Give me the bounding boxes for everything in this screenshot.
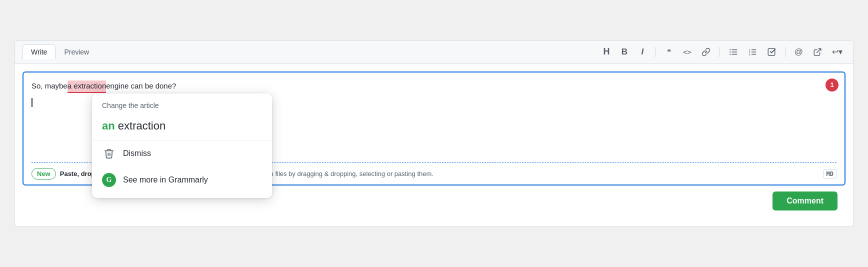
italic-icon[interactable]: I	[636, 45, 650, 59]
svg-rect-12	[768, 48, 775, 56]
text-highlighted: a extraction	[68, 80, 106, 93]
text-cursor	[32, 98, 32, 107]
undo-icon[interactable]: ↩︎▾	[829, 45, 846, 58]
quote-icon[interactable]: ❝	[662, 46, 676, 58]
popup-suggestion: an extraction	[92, 116, 272, 140]
code-icon[interactable]: <>	[680, 46, 694, 58]
grammarly-popup: Change the article an extraction Dismiss…	[92, 94, 272, 198]
bold-icon[interactable]: B	[618, 45, 632, 59]
svg-line-13	[817, 48, 821, 52]
editor-first-line: So, maybe a extraction engine can be don…	[32, 80, 836, 93]
heading-icon[interactable]: H	[600, 44, 614, 59]
error-badge: 1	[826, 78, 838, 92]
popup-header: Change the article	[92, 102, 272, 116]
grammarly-icon: G	[102, 173, 116, 187]
suggestion-an: an	[102, 120, 115, 132]
editor-container: Write Preview H B I ❝ <>	[14, 40, 854, 227]
toolbar-separator-3	[785, 47, 786, 57]
unordered-list-icon[interactable]	[726, 46, 741, 58]
editor-body: So, maybe a extraction engine can be don…	[14, 64, 854, 226]
toolbar-separator-2	[720, 47, 720, 57]
grammarly-action[interactable]: G See more in Grammarly	[92, 166, 272, 194]
svg-point-3	[730, 49, 730, 50]
dismiss-icon	[102, 148, 116, 159]
ordered-list-icon[interactable]: 1 2 3	[745, 46, 760, 58]
toolbar-separator-1	[656, 47, 656, 57]
link-icon[interactable]	[698, 46, 714, 58]
tab-preview[interactable]: Preview	[56, 44, 98, 59]
mention-icon[interactable]: @	[792, 45, 806, 59]
task-list-icon[interactable]	[764, 46, 779, 58]
tab-group: Write Preview	[22, 44, 98, 59]
cross-reference-icon[interactable]	[810, 46, 825, 58]
dismiss-label: Dismiss	[123, 149, 151, 158]
toolbar-icons: H B I ❝ <>	[600, 44, 846, 59]
new-badge[interactable]: New	[32, 168, 56, 180]
suggestion-rest: extraction	[115, 120, 166, 132]
comment-button[interactable]: Comment	[772, 192, 838, 210]
tab-write[interactable]: Write	[22, 44, 56, 59]
text-before-highlight: So, maybe	[32, 80, 68, 92]
svg-point-5	[730, 54, 730, 54]
attach-bold: Paste, drop,	[60, 170, 97, 178]
svg-point-4	[730, 51, 730, 52]
text-after-highlight: engine can be done?	[106, 80, 176, 92]
toolbar: Write Preview H B I ❝ <>	[14, 40, 854, 64]
svg-text:3: 3	[748, 52, 750, 56]
dismiss-action[interactable]: Dismiss	[92, 141, 272, 166]
markdown-icon: MD	[824, 169, 836, 179]
grammarly-label: See more in Grammarly	[123, 176, 208, 184]
